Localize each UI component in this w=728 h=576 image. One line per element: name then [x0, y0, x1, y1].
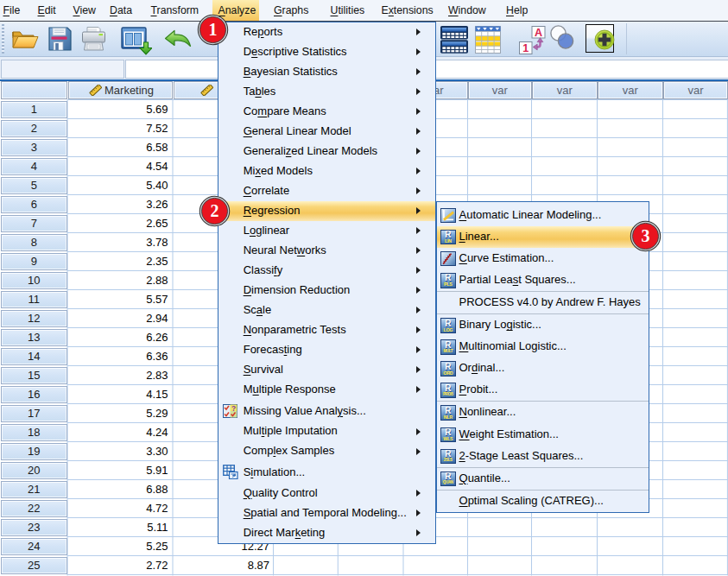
- svg-text:2: 2: [210, 201, 218, 220]
- svg-text:3: 3: [642, 226, 650, 245]
- svg-text:?: ?: [231, 404, 235, 413]
- svg-text:A: A: [535, 27, 542, 39]
- svg-text:1: 1: [208, 20, 217, 39]
- svg-text:1: 1: [522, 42, 529, 54]
